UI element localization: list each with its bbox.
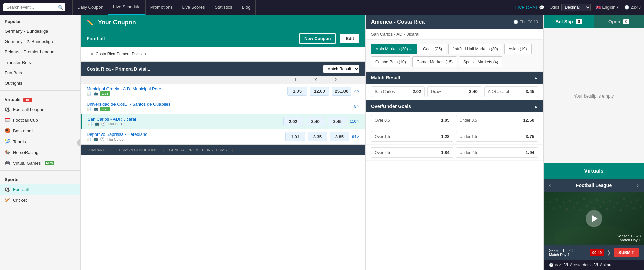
footer-promotions[interactable]: GENERAL PROMOTIONS TERMS — [169, 148, 227, 152]
submit-button[interactable]: SUBMIT — [614, 248, 639, 257]
more-markets-btn[interactable]: 110 > — [350, 119, 359, 123]
chevron-down-icon: ▾ — [617, 5, 619, 10]
footer-company[interactable]: COMPANY — [87, 148, 105, 152]
market-btn-combo[interactable]: Combo Bets (10) — [371, 56, 410, 67]
market-btn-special[interactable]: Special Markets (4) — [459, 56, 502, 67]
outcome-over-2-5[interactable]: Over 2.5 1.84 — [371, 147, 453, 158]
market-section-header[interactable]: Match Result ▲ — [366, 72, 543, 84]
open-bets-label: Open — [608, 19, 620, 24]
nav-live-schedule[interactable]: Live Schedule — [108, 0, 146, 15]
svg-point-9 — [596, 199, 598, 201]
outcome-under-0-5[interactable]: Under 0.5 12.50 — [456, 115, 538, 125]
language-selector[interactable]: 🇬🇧 English ▾ — [596, 5, 619, 10]
virtuals-nav-title: Football League — [576, 183, 612, 188]
tv-icon: 📺 — [94, 122, 99, 126]
tennis-icon: 🎾 — [5, 139, 10, 144]
svg-point-18 — [566, 208, 568, 210]
virtuals-label: Virtuals — [5, 97, 20, 102]
sidebar-item-fun[interactable]: Fun Bets — [0, 68, 80, 78]
live-chat-btn[interactable]: LIVE CHAT 💬 — [515, 5, 544, 10]
odds-btn-2[interactable]: 251.00 — [332, 87, 351, 96]
svg-point-7 — [583, 198, 585, 200]
edit-button[interactable]: Edit — [340, 34, 359, 43]
bet-slip-tab[interactable]: Bet Slip 0 — [544, 15, 594, 28]
sidebar-item-bundesliga[interactable]: Germany - Bundesliga — [0, 26, 80, 36]
market-dropdown[interactable]: Match Result — [323, 65, 359, 73]
odds-btn-1[interactable]: 2.02 — [283, 117, 303, 126]
right-panel: America - Costa Rica 🕐 Thu 00:10 San Car… — [365, 15, 543, 270]
outcome-over-0-5[interactable]: Over 0.5 1.05 — [371, 115, 453, 125]
nav-promotions[interactable]: Promotions — [146, 0, 178, 15]
sidebar-item-football[interactable]: ⚽ Football — [0, 184, 80, 195]
tv-icon: 📺 — [93, 91, 98, 96]
match-teams[interactable]: Universidad de Cos... - Santos de Guapil… — [87, 102, 218, 107]
svg-point-27 — [626, 205, 628, 207]
filter-tag[interactable]: ✕ Costa Rica Primera Division — [87, 50, 149, 58]
odds-btn-2[interactable]: 3.85 — [330, 132, 349, 141]
sidebar-item-outrights[interactable]: Outrights — [0, 78, 80, 88]
odds-btn-x[interactable]: 3.35 — [308, 132, 327, 141]
nav-statistics[interactable]: Statistics — [210, 0, 237, 15]
market-btn-half[interactable]: 1st/2nd Half Markets (30) — [448, 44, 502, 54]
odds-btn-1[interactable]: 1.91 — [285, 132, 305, 141]
odds-selector: Odds Decimal Fractional American — [550, 4, 591, 11]
outcome-under-1-5[interactable]: Under 1.5 3.75 — [456, 131, 538, 142]
match-teams[interactable]: Deportivo Saprissa - Herediano — [87, 132, 283, 137]
play-button[interactable] — [586, 210, 602, 227]
search-wrapper: 🔍 — [3, 3, 65, 11]
match-detail-header: America - Costa Rica 🕐 Thu 00:10 — [366, 15, 543, 29]
sidebar-item-belarus[interactable]: Belarus - Premier League — [0, 47, 80, 57]
outcome-odds: 1.84 — [441, 150, 449, 155]
market-buttons: Main Markets (30) ✓ Goals (25) 1st/2nd H… — [366, 40, 543, 72]
over-under-section: Over/Under Goals ▲ Over 0.5 1.05 Under 0… — [366, 100, 543, 161]
match-teams[interactable]: San Carlos - ADR Jicaral — [88, 117, 281, 122]
sidebar-item-transfer[interactable]: Transfer Bets — [0, 57, 80, 68]
nav-daily-coupon[interactable]: Daily Coupon — [72, 0, 108, 15]
market-btn-asian[interactable]: Asian (19) — [504, 44, 532, 54]
search-input[interactable] — [3, 3, 65, 11]
match-teams[interactable]: Municipal Grecia - A.D. Municipal Pere..… — [87, 86, 285, 91]
filter-remove-icon[interactable]: ✕ — [90, 52, 94, 56]
nav-prev-arrow[interactable]: ‹ — [549, 182, 551, 188]
more-markets-btn[interactable]: 3 > — [354, 89, 359, 93]
match-row-selected: San Carlos - ADR Jicaral 📊 📺 🕐 Thu 00:10… — [81, 114, 365, 129]
hot-badge: HOT — [23, 98, 32, 102]
search-icon-btn[interactable]: 🔍 — [58, 5, 63, 10]
outcome-san-carlos[interactable]: San Carlos 2.02 — [371, 86, 425, 97]
over-under-section-header[interactable]: Over/Under Goals ▲ — [366, 100, 543, 112]
market-btn-main[interactable]: Main Markets (30) ✓ — [371, 44, 417, 54]
odds-dropdown[interactable]: Decimal Fractional American — [561, 4, 591, 11]
outcome-over-1-5[interactable]: Over 1.5 1.28 — [371, 131, 453, 142]
sidebar-item-football-cup[interactable]: 🥅 Football Cup — [0, 115, 80, 125]
odds-btn-x[interactable]: 3.40 — [306, 117, 325, 126]
open-bets-tab[interactable]: Open 0 — [594, 15, 644, 28]
sidebar-item-tennis[interactable]: 🎾 Tennis — [0, 136, 80, 147]
horseracing-icon: 🏇 — [5, 150, 10, 155]
odds-btn-x[interactable]: 12.00 — [310, 87, 329, 96]
sidebar-item-basketball[interactable]: 🏀 Basketball — [0, 125, 80, 136]
svg-point-22 — [593, 207, 595, 209]
new-coupon-button[interactable]: New Coupon — [299, 33, 336, 44]
market-btn-corner[interactable]: Corner Markets (15) — [412, 56, 457, 67]
more-markets-btn[interactable]: 5 > — [354, 104, 359, 108]
sidebar-item-football-league[interactable]: ⚽ Football League — [0, 104, 80, 115]
sidebar-item-cricket[interactable]: 🏏 Cricket — [0, 195, 80, 205]
nav-live-scores[interactable]: Live Scores — [177, 0, 210, 15]
market-btn-goals[interactable]: Goals (25) — [419, 44, 446, 54]
odds-btn-2[interactable]: 3.45 — [328, 117, 347, 126]
odds-btn-1[interactable]: 1.05 — [287, 87, 307, 96]
outcome-adr[interactable]: ADR Jicaral 3.45 — [484, 86, 538, 97]
outcome-label: Draw — [431, 89, 441, 94]
virtual-preview[interactable]: Season 16628 Match Day 1 — [544, 192, 644, 245]
more-markets-btn[interactable]: 94 > — [352, 134, 359, 139]
nav-blog[interactable]: Blog — [237, 0, 256, 15]
sidebar-item-bundesliga2[interactable]: Germany - 2. Bundesliga — [0, 36, 80, 47]
outcome-draw[interactable]: Draw 3.40 — [427, 86, 481, 97]
outcome-under-2-5[interactable]: Under 2.5 1.94 — [456, 147, 538, 158]
nav-next-arrow[interactable]: › — [637, 182, 639, 188]
clock-icon: 🕐 — [101, 122, 106, 126]
sidebar-item-horseracing[interactable]: 🏇 HorseRacing — [0, 147, 80, 158]
footer-terms[interactable]: TERMS & CONDITIONS — [117, 148, 157, 152]
sidebar-item-virtual-games[interactable]: 🎮 Virtual Games NEW — [0, 158, 80, 168]
stats-icon: 📊 — [88, 122, 92, 126]
